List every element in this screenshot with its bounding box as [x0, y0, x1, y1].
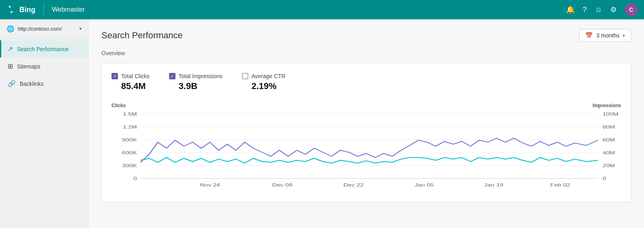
sidebar-item-search-performance[interactable]: ↗ Search Performance	[0, 40, 88, 58]
help-icon[interactable]: ?	[583, 6, 587, 14]
overview-label: Overview	[101, 50, 631, 56]
topnav-logo: Bing	[6, 5, 35, 15]
date-filter-button[interactable]: 📅 3 months ▾	[579, 29, 631, 42]
svg-text:1.5M: 1.5M	[123, 112, 137, 116]
sidebar-url-text: http://contoso.com/	[18, 26, 76, 32]
svg-text:Feb 02: Feb 02	[550, 182, 570, 187]
chart-axis-labels: Clicks Impressions	[111, 103, 621, 108]
svg-text:Jan 05: Jan 05	[415, 182, 433, 187]
total-clicks-checkbox[interactable]: ✓	[111, 73, 118, 79]
topnav-right: 🔔 ? ☺ ⚙ C	[566, 3, 638, 16]
impressions-line	[140, 158, 598, 163]
avatar[interactable]: C	[625, 3, 638, 16]
svg-text:900K: 900K	[122, 137, 137, 142]
chart-card: ✓ Total Clicks 85.4M ✓ Total Impressions…	[101, 63, 631, 202]
svg-text:0: 0	[603, 176, 606, 181]
date-filter-label: 3 months	[596, 32, 619, 39]
total-impressions-label: Total Impressions	[179, 73, 223, 79]
layout: 🌐 http://contoso.com/ ▾ ↗ Search Perform…	[0, 19, 644, 228]
chart-left-axis-label: Clicks	[111, 103, 126, 108]
average-ctr-label: Average CTR	[252, 73, 286, 79]
metric-total-impressions-header: ✓ Total Impressions	[169, 73, 223, 79]
sidebar-url-selector[interactable]: 🌐 http://contoso.com/ ▾	[0, 19, 88, 39]
svg-text:Nov 24: Nov 24	[200, 182, 221, 187]
chart-area: Clicks Impressions 1.5M 1.2M 900K 600K	[111, 103, 621, 192]
trending-up-icon: ↗	[8, 45, 13, 53]
sidebar-item-label-sitemaps: Sitemaps	[17, 63, 40, 70]
sitemap-icon: ⊞	[8, 62, 13, 70]
svg-text:Jan 19: Jan 19	[484, 182, 503, 187]
globe-icon: 🌐	[6, 25, 14, 33]
svg-text:100M: 100M	[603, 112, 619, 116]
topnav-brand: Bing	[19, 6, 35, 14]
total-impressions-checkbox[interactable]: ✓	[169, 73, 175, 79]
bell-icon[interactable]: 🔔	[566, 5, 575, 14]
svg-text:0: 0	[134, 176, 137, 181]
svg-text:80M: 80M	[603, 124, 615, 129]
metric-average-ctr: Average CTR 2.19%	[242, 73, 286, 91]
average-ctr-value: 2.19%	[242, 81, 286, 91]
svg-text:20M: 20M	[603, 163, 615, 168]
clicks-line	[140, 138, 598, 162]
chevron-down-icon: ▾	[79, 26, 82, 31]
svg-text:60M: 60M	[603, 137, 615, 142]
main-header: Search Performance 📅 3 months ▾	[101, 29, 631, 42]
checkmark-icon: ✓	[113, 74, 117, 79]
sidebar-item-label-search-performance: Search Performance	[17, 46, 68, 52]
metric-total-impressions: ✓ Total Impressions 3.9B	[169, 73, 223, 91]
link-icon: 🔗	[8, 80, 16, 87]
topnav-app-name: Webmaster	[52, 6, 85, 13]
checkmark-icon: ✓	[170, 74, 174, 79]
topnav: Bing Webmaster 🔔 ? ☺ ⚙ C	[0, 0, 644, 19]
date-filter-chevron-icon: ▾	[623, 33, 625, 38]
total-clicks-label: Total Clicks	[121, 73, 150, 79]
metric-total-clicks-header: ✓ Total Clicks	[111, 73, 150, 79]
feedback-icon[interactable]: ☺	[595, 6, 602, 14]
sidebar-item-label-backlinks: Backlinks	[20, 81, 43, 87]
main-content: Search Performance 📅 3 months ▾ Overview…	[89, 19, 644, 228]
svg-text:1.2M: 1.2M	[123, 124, 137, 129]
settings-icon[interactable]: ⚙	[610, 5, 617, 14]
total-clicks-value: 85.4M	[111, 81, 150, 91]
svg-text:Dec 08: Dec 08	[272, 182, 292, 187]
svg-text:600K: 600K	[122, 150, 137, 155]
performance-chart: 1.5M 1.2M 900K 600K 300K 0 100M 80M 60M …	[111, 110, 621, 191]
metric-average-ctr-header: Average CTR	[242, 73, 286, 79]
svg-text:40M: 40M	[603, 150, 615, 155]
sidebar: 🌐 http://contoso.com/ ▾ ↗ Search Perform…	[0, 19, 89, 228]
topnav-divider	[43, 4, 44, 15]
page-title: Search Performance	[101, 30, 183, 41]
calendar-icon: 📅	[585, 32, 593, 39]
svg-text:Dec 22: Dec 22	[343, 182, 363, 187]
sidebar-nav: ↗ Search Performance ⊞ Sitemaps 🔗 Backli…	[0, 39, 88, 92]
svg-text:300K: 300K	[122, 163, 137, 168]
metric-total-clicks: ✓ Total Clicks 85.4M	[111, 73, 150, 91]
sidebar-item-sitemaps[interactable]: ⊞ Sitemaps	[0, 58, 88, 75]
average-ctr-checkbox[interactable]	[242, 73, 248, 79]
sidebar-item-backlinks[interactable]: 🔗 Backlinks	[0, 75, 88, 92]
metrics-row: ✓ Total Clicks 85.4M ✓ Total Impressions…	[111, 73, 621, 91]
bing-logo-icon	[6, 5, 16, 15]
chart-right-axis-label: Impressions	[592, 103, 621, 108]
total-impressions-value: 3.9B	[169, 81, 223, 91]
